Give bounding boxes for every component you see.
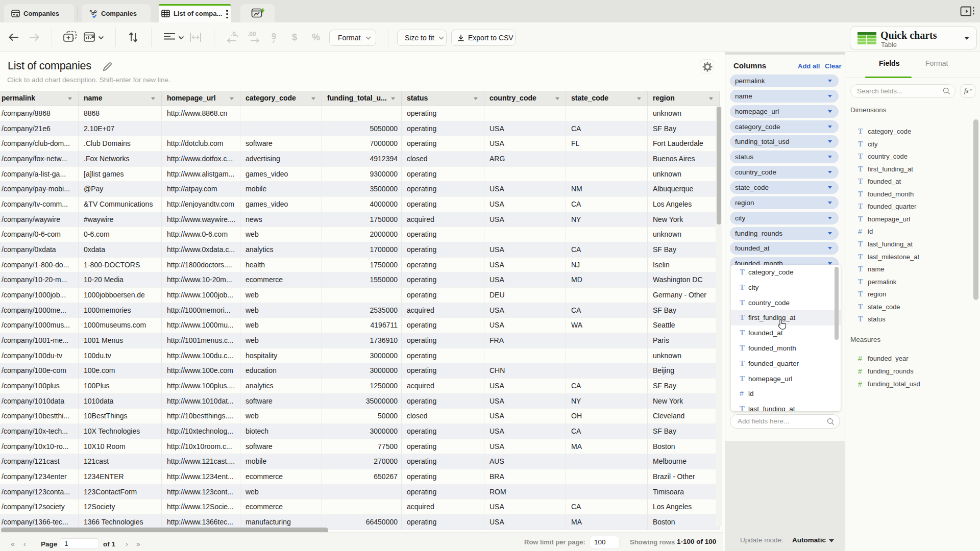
svg-text:%: % <box>312 32 320 42</box>
svg-text:.0: .0 <box>231 31 236 38</box>
svg-text:9: 9 <box>272 32 276 41</box>
svg-text:$: $ <box>292 32 297 42</box>
svg-text:.00: .00 <box>248 31 256 38</box>
